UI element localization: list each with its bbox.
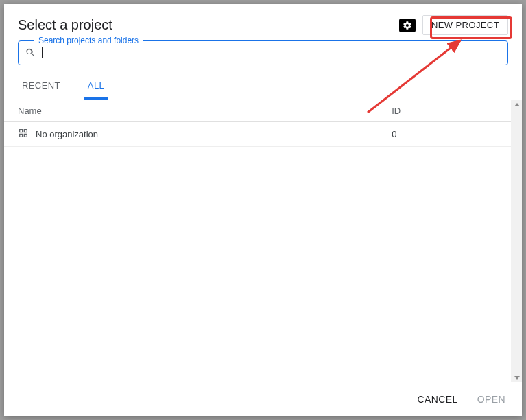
gear-icon xyxy=(403,21,412,30)
header-actions: NEW PROJECT xyxy=(399,15,508,35)
search-container: Search projects and folders xyxy=(4,40,522,73)
tab-recent[interactable]: RECENT xyxy=(18,73,64,100)
dialog-title: Select a project xyxy=(18,17,112,33)
scroll-up-icon xyxy=(514,103,520,106)
table-header: Name ID xyxy=(4,100,511,122)
row-id: 0 xyxy=(392,129,497,139)
new-project-button[interactable]: NEW PROJECT xyxy=(422,15,508,35)
search-label: Search projects and folders xyxy=(34,36,143,45)
open-button: OPEN xyxy=(477,394,505,405)
column-header-id: ID xyxy=(392,106,497,116)
tab-all[interactable]: ALL xyxy=(84,73,108,100)
cancel-button[interactable]: CANCEL xyxy=(418,394,458,405)
settings-button[interactable] xyxy=(399,19,416,32)
text-cursor xyxy=(42,47,43,58)
table-area: Name ID No organization 0 xyxy=(4,100,522,382)
table-row[interactable]: No organization 0 xyxy=(4,122,511,147)
search-input[interactable] xyxy=(48,47,501,58)
dialog-footer: CANCEL OPEN xyxy=(4,382,522,416)
project-picker-dialog: Select a project NEW PROJECT Search proj… xyxy=(4,4,522,416)
row-name: No organization xyxy=(36,129,98,139)
organization-icon xyxy=(18,128,29,141)
scroll-down-icon xyxy=(514,376,520,380)
row-name-cell: No organization xyxy=(18,128,392,141)
scrollbar[interactable] xyxy=(511,100,522,382)
column-header-name: Name xyxy=(18,106,392,116)
tabs: RECENT ALL xyxy=(4,73,522,100)
search-icon xyxy=(25,47,36,58)
